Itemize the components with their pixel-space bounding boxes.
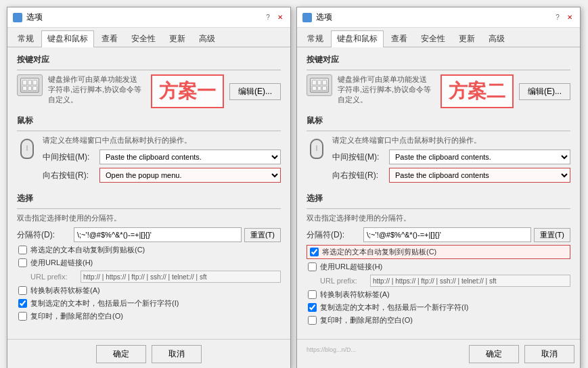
- scenario-label-2: 方案二: [440, 74, 514, 108]
- cancel-button-1[interactable]: 取消: [152, 345, 202, 363]
- mouse-icon-1: [17, 135, 37, 162]
- checkbox1-1[interactable]: [18, 246, 27, 254]
- checkbox1-row-2: 将选定的文本自动复制到剪贴板(C): [307, 245, 570, 259]
- tab-update-1[interactable]: 更新: [163, 30, 191, 47]
- right-btn-label-2: 向右按钮(R):: [332, 170, 386, 181]
- tab-security-2[interactable]: 安全性: [415, 30, 451, 47]
- right-btn-select-2[interactable]: Paste the clipboard contents: [389, 168, 570, 183]
- checkbox3-1[interactable]: [18, 286, 27, 295]
- reset-btn-2[interactable]: 重置(T): [534, 228, 570, 242]
- edit-button-1[interactable]: 编辑(E)...: [229, 83, 281, 100]
- url-prefix-label-2: URL prefix:: [320, 277, 367, 285]
- checkbox4-row-2: 复制选定的文本时，包括最后一个新行字符(I): [307, 302, 570, 313]
- app-icon-1: [13, 13, 22, 22]
- mouse-shape-1: [20, 139, 34, 159]
- dialog-body-1: 按键对应 键盘操作可由菜单功能发送字符串,运行脚本,协议命令等自定义。 方案一: [7, 47, 290, 339]
- middle-btn-label-2: 中间按钮(M):: [332, 152, 386, 163]
- close-icon-1[interactable]: ✕: [275, 13, 285, 22]
- tab-security-1[interactable]: 安全性: [125, 30, 162, 47]
- sep-input-2[interactable]: [363, 227, 531, 242]
- question-icon-1[interactable]: ?: [263, 13, 273, 22]
- checkbox5-label-1: 复印时，删除尾部的空白(O): [30, 311, 123, 321]
- sep-input-1[interactable]: [74, 227, 242, 242]
- key3: [32, 80, 37, 85]
- divider-2: [307, 70, 570, 70]
- keyboard-row-1: 键盘操作可由菜单功能发送字符串,运行脚本,协议命令等自定义。 方案一 编辑(E)…: [17, 74, 281, 108]
- checkbox1-2[interactable]: [310, 248, 319, 256]
- right-btn-select-1[interactable]: Open the popup menu.: [99, 168, 281, 183]
- checkbox3-row-1: 转换制表符软标签(A): [17, 285, 281, 296]
- title-bar-2: 选项 ? ✕: [297, 7, 580, 28]
- middle-btn-row-2: 中间按钮(M): Paste the clipboard contents.: [332, 150, 570, 164]
- ok-button-2[interactable]: 确定: [469, 345, 519, 363]
- checkbox1-label-2: 将选定的文本自动复制到剪贴板(C): [322, 247, 436, 257]
- checkbox2-row-1: 使用URL超链接(H): [17, 258, 281, 268]
- tab-advanced-1[interactable]: 高级: [193, 30, 221, 47]
- mouse-header-2: 鼠标: [307, 115, 570, 127]
- edit-button-2[interactable]: 编辑(E)...: [519, 83, 570, 100]
- key1: [22, 80, 27, 85]
- right-btn-row-2: 向右按钮(R): Paste the clipboard contents: [332, 168, 570, 183]
- sep-label-1: 分隔符(D):: [17, 229, 71, 241]
- checkbox5-1[interactable]: [18, 312, 27, 321]
- tab-advanced-2[interactable]: 高级: [482, 30, 511, 47]
- url-prefix-row-1: URL prefix:: [17, 271, 281, 283]
- url-prefix-row-2: URL prefix:: [307, 275, 570, 287]
- tab-update-2[interactable]: 更新: [453, 30, 481, 47]
- middle-btn-label-1: 中间按钮(M):: [43, 152, 97, 163]
- keyboard-description-2: 键盘操作可由菜单功能发送字符串,运行脚本,协议命令等自定义。: [338, 74, 432, 105]
- checkbox3-label-2: 转换制表符软标签(A): [320, 290, 390, 300]
- reset-btn-1[interactable]: 重置(T): [244, 228, 281, 242]
- watermark: https://blog...n/D...: [302, 345, 463, 363]
- keyboard-header-1: 按键对应: [17, 54, 281, 66]
- tab-general-2[interactable]: 常规: [301, 30, 330, 47]
- key2-2: [317, 80, 322, 85]
- key1-2: [312, 80, 317, 85]
- middle-btn-select-1[interactable]: Paste the clipboard contents.: [99, 150, 281, 164]
- question-icon-2[interactable]: ?: [553, 13, 562, 22]
- tab-keyboard-2[interactable]: 键盘和鼠标: [331, 30, 384, 47]
- url-prefix-label-1: URL prefix:: [30, 273, 78, 281]
- ok-button-1[interactable]: 确定: [96, 345, 146, 363]
- middle-btn-select-2[interactable]: Paste the clipboard contents.: [389, 150, 570, 164]
- mouse-desc-1: 请定义在终端窗口中点击鼠标时执行的操作。 中间按钮(M): Paste the …: [43, 135, 281, 186]
- checkbox5-label-2: 复印时，删除尾部的空白(O): [320, 315, 413, 325]
- tab-view-1[interactable]: 查看: [95, 30, 124, 47]
- checkbox4-1[interactable]: [18, 299, 27, 308]
- key6-2: [322, 86, 327, 91]
- title-bar-left-2: 选项: [302, 12, 332, 23]
- tab-general-1[interactable]: 常规: [12, 30, 40, 47]
- checkbox5-row-1: 复印时，删除尾部的空白(O): [17, 311, 281, 321]
- divider-1: [17, 70, 281, 70]
- checkbox4-label-1: 复制选定的文本时，包括最后一个新行字符(I): [30, 298, 179, 308]
- mouse-section-1: 鼠标 请定义在终端窗口中点击鼠标时执行的操作。 中间按钮(M): Paste t…: [17, 115, 281, 186]
- checkbox1-row-1: 将选定的文本自动复制到剪贴板(C): [17, 245, 281, 255]
- checkbox3-2[interactable]: [308, 290, 317, 299]
- tab-keyboard-1[interactable]: 键盘和鼠标: [41, 30, 94, 47]
- checkbox2-1[interactable]: [18, 258, 27, 267]
- tabs-1: 常规 键盘和鼠标 查看 安全性 更新 高级: [7, 28, 290, 47]
- keyboard-icon-2: [307, 74, 332, 96]
- checkbox2-2[interactable]: [308, 262, 317, 271]
- footer-1: 确定 取消: [7, 339, 290, 368]
- title-bar-left-1: 选项: [13, 12, 43, 23]
- checkbox5-2[interactable]: [308, 316, 317, 325]
- tab-view-2[interactable]: 查看: [385, 30, 413, 47]
- divider-sel-2: [307, 208, 570, 209]
- sep-row-2: 分隔符(D): 重置(T): [307, 227, 570, 242]
- mouse-description-1: 请定义在终端窗口中点击鼠标时执行的操作。: [43, 135, 281, 145]
- cancel-button-2[interactable]: 取消: [524, 345, 574, 363]
- keyboard-header-2: 按键对应: [307, 54, 570, 66]
- app-icon-2: [302, 13, 312, 22]
- close-icon-2[interactable]: ✕: [565, 13, 574, 22]
- sep-label-2: 分隔符(D):: [307, 229, 361, 241]
- mouse-description-2: 请定义在终端窗口中点击鼠标时执行的操作。: [332, 135, 570, 145]
- keyboard-section-2: 按键对应 键盘操作可由菜单功能发送字符串,运行脚本,协议命令等自定义。 方案二: [307, 54, 570, 108]
- url-prefix-input-2[interactable]: [370, 275, 570, 287]
- footer-2: https://blog...n/D... 确定 取消: [297, 339, 580, 368]
- checkbox4-row-1: 复制选定的文本时，包括最后一个新行字符(I): [17, 298, 281, 308]
- key5: [28, 86, 32, 91]
- scenario-label-1: 方案一: [151, 74, 224, 108]
- url-prefix-input-1[interactable]: [81, 271, 281, 283]
- checkbox4-2[interactable]: [308, 303, 317, 312]
